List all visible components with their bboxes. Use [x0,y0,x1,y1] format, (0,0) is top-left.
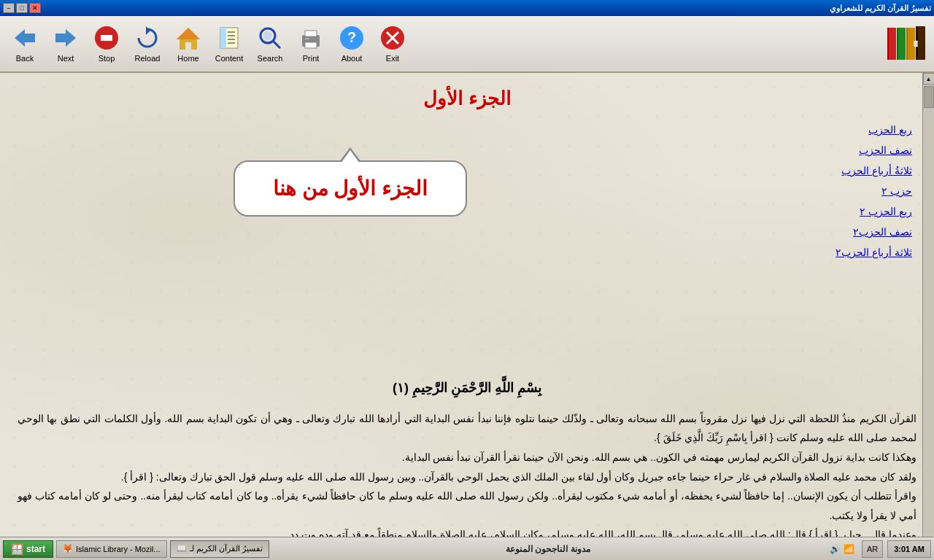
speech-bubble-text: الجزء الأول من هنا [273,177,428,200]
clock-time: 3:01 AM [894,545,925,553]
nav-link-1[interactable]: ربع الحزب [835,124,912,136]
home-label: Home [177,54,198,63]
next-icon [53,25,79,51]
close-button[interactable]: ✕ [29,3,41,13]
svg-marker-8 [177,28,200,39]
content-button[interactable]: Content [210,19,248,69]
reload-icon [134,25,161,51]
svg-rect-10 [220,28,226,48]
content-area: الجزء الأول ربع الحزب نصف الحزب ثلاثةُ أ… [0,73,934,559]
taskbar-item-browser[interactable]: 🦊 Islamic Library - Mozil... [56,540,167,558]
search-icon [257,25,283,51]
svg-marker-0 [15,29,25,47]
window-title: تفسيرُ القرآن الكريم للشعراوي [830,4,931,13]
system-tray: 🔊 📶 [827,544,857,554]
toolbar: Back Next Stop Reload [0,16,934,73]
speech-bubble: الجزء الأول من هنا [234,160,467,217]
taskbar-item-browser-label: Islamic Library - Mozil... [76,545,161,553]
svg-text:?: ? [347,29,356,45]
svg-rect-21 [305,38,309,39]
content-label: Content [215,54,244,63]
paragraph-4: واقرأ تتطلب أن يكون الإنسان.. إما حافظاً… [18,486,916,525]
exit-icon [379,25,406,51]
print-button[interactable]: Print [292,19,330,69]
title-bar: تفسيرُ القرآن الكريم للشعراوي – □ ✕ [0,0,934,16]
search-label: Search [258,54,283,63]
scroll-thumb[interactable] [924,86,934,108]
paragraph-2: وهكذا كانت بداية نزول القرآن الكريم ليما… [18,448,916,467]
main-container: الجزء الأول ربع الحزب نصف الحزب ثلاثةُ أ… [0,73,934,559]
svg-marker-6 [146,26,150,35]
minimize-button[interactable]: – [3,3,15,13]
about-icon: ? [339,25,365,51]
window-controls: – □ ✕ [3,3,41,13]
search-button[interactable]: Search [251,19,289,69]
speech-bubble-container: الجزء الأول من هنا [234,160,467,217]
reload-button[interactable]: Reload [128,19,166,69]
language-code: AR [867,545,878,553]
volume-icon: 📶 [844,544,854,554]
scrollbar[interactable]: ▲ ▼ [922,73,934,559]
exit-button[interactable]: Exit [374,19,412,69]
svg-rect-1 [25,34,35,42]
network-icon: 🔊 [830,544,841,554]
start-windows-icon: 🪟 [11,543,23,555]
svg-rect-28 [887,28,889,60]
nav-link-5[interactable]: ربع الحزب ٢ [835,206,912,217]
reload-label: Reload [135,54,161,63]
taskbar-center-text: مدونة الناجحون المنوعة [506,544,590,554]
taskbar-center: مدونة الناجحون المنوعة [506,544,590,554]
stop-button[interactable]: Stop [88,19,126,69]
home-icon [175,25,201,51]
book-decoration: 📖 [884,22,928,66]
print-label: Print [303,54,320,63]
about-button[interactable]: ? About [333,19,371,69]
scroll-up-button[interactable]: ▲ [923,73,935,85]
taskbar-left: 🪟 start 🦊 Islamic Library - Mozil... 📖 ت… [3,540,269,558]
back-icon [12,25,38,51]
home-button[interactable]: Home [169,19,207,69]
nav-link-2[interactable]: نصف الحزب [835,144,912,156]
about-label: About [341,54,363,63]
taskbar: 🪟 start 🦊 Islamic Library - Mozil... 📖 ت… [0,537,934,560]
paragraph-3: ولقد كان محمد عليه الصلاة والسلام في غار… [18,467,916,487]
svg-rect-3 [55,34,66,42]
svg-marker-2 [66,29,76,47]
paragraph-1: القرآن الكريم منذُ اللحظة التي نزل فيها … [18,409,916,448]
stop-label: Stop [99,54,115,63]
back-button[interactable]: Back [6,19,44,69]
browser-icon: 🦊 [63,544,73,553]
taskbar-item-quran[interactable]: 📖 تفسيرُ القرآن الكريم لـ [170,540,269,558]
system-clock: 3:01 AM [887,540,931,558]
nav-links: ربع الحزب نصف الحزب ثلاثةُ أرباع الحزب ح… [835,124,912,258]
svg-line-16 [273,41,280,48]
taskbar-right: 🔊 📶 AR 3:01 AM [827,540,931,558]
svg-rect-5 [101,35,112,41]
language-indicator[interactable]: AR [862,540,883,558]
page-title: الجزء الأول [18,88,916,110]
next-label: Next [58,54,74,63]
content-icon [216,25,242,51]
start-button[interactable]: 🪟 start [3,540,53,558]
svg-text:📖: 📖 [912,40,919,47]
nav-link-4[interactable]: حزب ٢ [835,185,912,197]
next-button[interactable]: Next [47,19,85,69]
arabic-text-content: بِسْمِ اللَّهِ الرَّحْمَنِ الرَّحِيمِ (١… [18,376,916,545]
start-label: start [26,544,45,554]
stop-icon [93,25,120,51]
exit-label: Exit [386,54,399,63]
quran-app-icon: 📖 [177,544,187,553]
svg-point-17 [263,31,272,40]
nav-link-6[interactable]: نصف الحزب٢ [835,226,912,238]
basmala: بِسْمِ اللَّهِ الرَّحْمَنِ الرَّحِيمِ (١… [18,376,916,400]
taskbar-item-quran-label: تفسيرُ القرآن الكريم لـ [190,544,263,553]
svg-rect-30 [897,28,898,60]
nav-link-7[interactable]: ثلاثة أرباع الحزب٢ [835,246,912,258]
back-label: Back [16,54,34,63]
svg-rect-32 [906,28,908,60]
print-icon [298,25,324,51]
svg-rect-20 [305,42,317,48]
maximize-button[interactable]: □ [16,3,28,13]
nav-link-3[interactable]: ثلاثةُ أرباع الحزب [835,165,912,176]
svg-rect-19 [305,31,317,36]
